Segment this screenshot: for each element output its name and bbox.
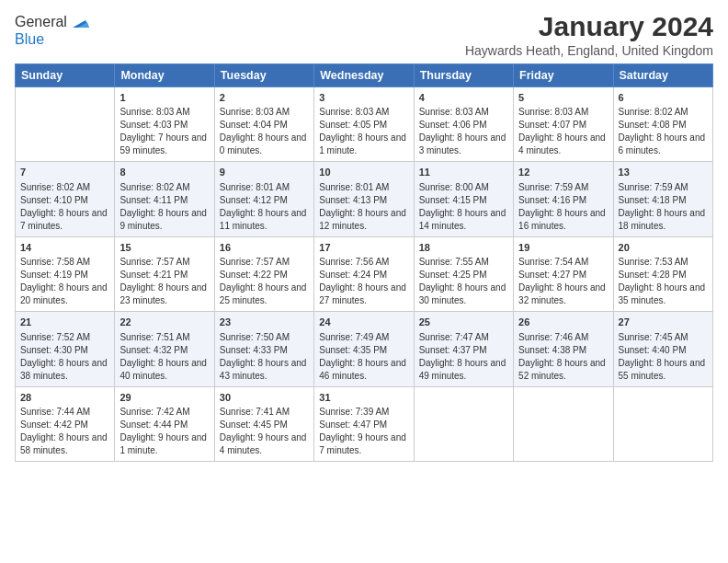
col-header-sunday: Sunday [16,64,115,87]
logo: General Blue [15,13,89,48]
day-number: 25 [419,316,508,329]
day-cell: 29Sunrise: 7:42 AMSunset: 4:44 PMDayligh… [115,386,214,461]
day-number: 1 [119,91,209,105]
sunrise-text: Sunrise: 7:46 AM [518,331,608,344]
daylight-text: Daylight: 8 hours and 55 minutes. [619,357,708,383]
sunrise-text: Sunrise: 8:03 AM [518,106,608,119]
day-cell: 25Sunrise: 7:47 AMSunset: 4:37 PMDayligh… [414,312,513,386]
day-cell: 5Sunrise: 8:03 AMSunset: 4:07 PMDaylight… [514,87,613,162]
day-number: 10 [319,166,408,179]
day-cell: 9Sunrise: 8:01 AMSunset: 4:12 PMDaylight… [214,162,313,236]
sunrise-text: Sunrise: 7:41 AM [220,406,309,419]
day-cell: 4Sunrise: 8:03 AMSunset: 4:06 PMDaylight… [414,87,513,162]
logo-icon [69,11,89,31]
week-row-5: 28Sunrise: 7:44 AMSunset: 4:42 PMDayligh… [16,386,713,461]
sunset-text: Sunset: 4:16 PM [518,194,608,207]
sunset-text: Sunset: 4:10 PM [20,194,109,207]
sunrise-text: Sunrise: 7:55 AM [419,256,508,269]
subtitle: Haywards Heath, England, United Kingdom [465,43,713,58]
daylight-text: Daylight: 8 hours and 11 minutes. [220,207,309,233]
daylight-text: Daylight: 8 hours and 18 minutes. [619,207,708,233]
day-cell: 24Sunrise: 7:49 AMSunset: 4:35 PMDayligh… [314,312,414,386]
col-header-tuesday: Tuesday [214,64,313,87]
day-number: 22 [119,316,209,329]
logo-text: General Blue [15,13,89,48]
daylight-text: Daylight: 8 hours and 46 minutes. [319,357,408,383]
day-cell: 30Sunrise: 7:41 AMSunset: 4:45 PMDayligh… [214,386,313,461]
sunrise-text: Sunrise: 8:00 AM [419,181,508,194]
daylight-text: Daylight: 8 hours and 32 minutes. [518,282,608,307]
sunset-text: Sunset: 4:47 PM [319,419,408,431]
sunset-text: Sunset: 4:35 PM [319,344,408,357]
sunrise-text: Sunrise: 7:53 AM [619,256,708,269]
day-cell: 8Sunrise: 8:02 AMSunset: 4:11 PMDaylight… [115,162,214,236]
sunset-text: Sunset: 4:21 PM [119,269,209,282]
day-cell [613,386,712,461]
day-cell: 11Sunrise: 8:00 AMSunset: 4:15 PMDayligh… [414,162,513,236]
daylight-text: Daylight: 8 hours and 9 minutes. [119,207,209,233]
sunrise-text: Sunrise: 8:03 AM [319,106,408,119]
sunrise-text: Sunrise: 7:57 AM [220,256,309,269]
sunrise-text: Sunrise: 7:50 AM [220,331,309,344]
sunrise-text: Sunrise: 7:52 AM [20,331,109,344]
sunrise-text: Sunrise: 7:57 AM [119,256,209,269]
day-number: 15 [119,241,209,255]
sunset-text: Sunset: 4:44 PM [119,419,209,431]
day-cell [514,386,613,461]
sunrise-text: Sunrise: 7:51 AM [119,331,209,344]
day-number: 3 [319,91,408,105]
day-number: 7 [20,166,109,179]
day-number: 6 [619,91,708,105]
sunrise-text: Sunrise: 7:59 AM [518,181,608,194]
sunset-text: Sunset: 4:07 PM [518,119,608,132]
daylight-text: Daylight: 8 hours and 40 minutes. [119,357,209,383]
sunrise-text: Sunrise: 7:58 AM [20,256,109,269]
col-header-monday: Monday [115,64,214,87]
daylight-text: Daylight: 8 hours and 30 minutes. [419,282,508,307]
day-number: 26 [518,316,608,329]
day-cell: 12Sunrise: 7:59 AMSunset: 4:16 PMDayligh… [514,162,613,236]
day-cell: 15Sunrise: 7:57 AMSunset: 4:21 PMDayligh… [115,236,214,311]
sunrise-text: Sunrise: 7:42 AM [119,406,209,419]
sunset-text: Sunset: 4:06 PM [419,119,508,132]
day-cell: 21Sunrise: 7:52 AMSunset: 4:30 PMDayligh… [16,312,115,386]
day-number: 24 [319,316,408,329]
day-number: 28 [20,391,109,405]
header-row: SundayMondayTuesdayWednesdayThursdayFrid… [16,64,713,87]
day-number: 2 [220,91,309,105]
day-number: 4 [419,91,508,105]
day-number: 20 [619,241,708,255]
main-title: January 2024 [465,11,713,41]
day-cell: 20Sunrise: 7:53 AMSunset: 4:28 PMDayligh… [613,236,712,311]
day-number: 23 [220,316,309,329]
daylight-text: Daylight: 9 hours and 4 minutes. [220,431,309,457]
sunset-text: Sunset: 4:33 PM [220,344,309,357]
daylight-text: Daylight: 8 hours and 16 minutes. [518,207,608,233]
sunrise-text: Sunrise: 8:03 AM [419,106,508,119]
sunset-text: Sunset: 4:25 PM [419,269,508,282]
day-cell: 19Sunrise: 7:54 AMSunset: 4:27 PMDayligh… [514,236,613,311]
daylight-text: Daylight: 8 hours and 12 minutes. [319,207,408,233]
daylight-text: Daylight: 8 hours and 58 minutes. [20,431,109,457]
day-number: 19 [518,241,608,255]
day-number: 18 [419,241,508,255]
day-cell: 23Sunrise: 7:50 AMSunset: 4:33 PMDayligh… [214,312,313,386]
sunset-text: Sunset: 4:05 PM [319,119,408,132]
title-block: January 2024 Haywards Heath, England, Un… [465,11,713,58]
day-number: 29 [119,391,209,405]
week-row-4: 21Sunrise: 7:52 AMSunset: 4:30 PMDayligh… [16,312,713,386]
day-cell: 16Sunrise: 7:57 AMSunset: 4:22 PMDayligh… [214,236,313,311]
sunset-text: Sunset: 4:28 PM [619,269,708,282]
col-header-thursday: Thursday [414,64,513,87]
day-cell: 6Sunrise: 8:02 AMSunset: 4:08 PMDaylight… [613,87,712,162]
daylight-text: Daylight: 8 hours and 49 minutes. [419,357,508,383]
day-number: 27 [619,316,708,329]
day-cell [16,87,115,162]
day-number: 11 [419,166,508,179]
sunset-text: Sunset: 4:45 PM [220,419,309,431]
day-number: 9 [220,166,309,179]
sunrise-text: Sunrise: 7:47 AM [419,331,508,344]
sunrise-text: Sunrise: 7:54 AM [518,256,608,269]
daylight-text: Daylight: 8 hours and 7 minutes. [20,207,109,233]
sunset-text: Sunset: 4:37 PM [419,344,508,357]
